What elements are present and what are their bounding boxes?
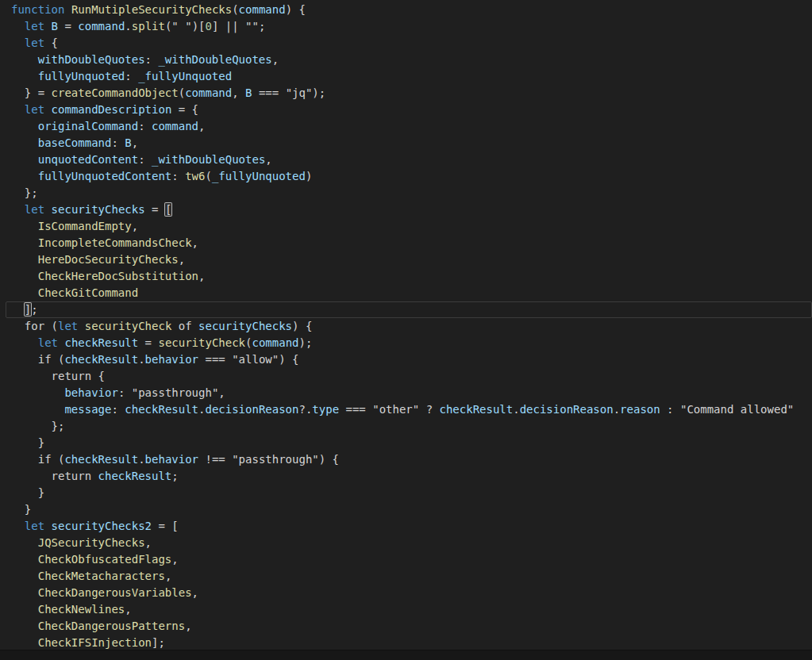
code-token: ) {	[292, 320, 312, 332]
code-line[interactable]: };	[0, 185, 812, 201]
code-token: !== "passthrough") {	[198, 453, 339, 466]
code-line[interactable]: fullyUnquoted: _fullyUnquoted	[0, 68, 812, 85]
code-token: ,	[192, 586, 198, 599]
code-line[interactable]: CheckMetacharacters,	[0, 568, 812, 585]
code-line[interactable]: HereDocSecurityChecks,	[0, 251, 812, 268]
code-token: };	[11, 420, 64, 432]
code-token: message	[64, 403, 111, 416]
code-line[interactable]: let securityChecks = [	[0, 201, 812, 218]
code-line[interactable]: IncompleteCommandsCheck,	[0, 235, 812, 251]
code-token: decisionReason	[520, 403, 614, 416]
code-token: _withDoubleQuotes	[152, 153, 265, 166]
code-token: _fullyUnquoted	[212, 170, 306, 182]
code-token: RunMutipleSecurityChecks	[71, 3, 232, 16]
code-token: };	[11, 186, 38, 199]
code-line[interactable]: CheckHereDocSubstitution,	[0, 268, 812, 285]
code-token: command	[78, 20, 125, 33]
code-token: withDoubleQuotes	[38, 53, 145, 66]
code-token: baseCommand	[38, 136, 112, 149]
code-line[interactable]: CheckDangerousPatterns,	[0, 618, 812, 635]
code-line[interactable]: if (checkResult.behavior === "allow") {	[0, 351, 812, 368]
code-token: split	[132, 20, 165, 33]
code-token	[11, 270, 38, 282]
code-line[interactable]: let securityChecks2 = [	[0, 518, 812, 535]
code-line[interactable]: message: checkResult.decisionReason?.typ…	[0, 401, 812, 418]
code-line[interactable]: for (let securityCheck of securityChecks…	[0, 318, 812, 335]
code-token: .	[138, 453, 144, 466]
code-token: .	[138, 353, 144, 366]
code-token	[11, 570, 38, 582]
code-token: ,	[171, 553, 178, 566]
code-token: let	[25, 36, 44, 49]
code-line[interactable]: CheckDangerousVariables,	[0, 585, 812, 601]
code-line[interactable]: } = createCommandObject(command, B === "…	[0, 85, 812, 102]
code-token: type	[312, 403, 339, 416]
code-token: let	[38, 336, 58, 349]
code-line[interactable]: }	[0, 435, 812, 451]
code-token: securityCheck	[158, 336, 245, 349]
code-token	[11, 386, 64, 399]
code-line[interactable]: let checkResult = securityCheck(command)…	[0, 335, 812, 351]
code-token: command	[152, 120, 198, 132]
code-token: CheckDangerousPatterns	[38, 620, 185, 632]
code-token	[11, 603, 38, 616]
code-line[interactable]: return {	[0, 368, 812, 385]
code-line[interactable]: let B = command.split(" ")[0] || "";	[0, 18, 812, 35]
code-token: :	[138, 120, 152, 132]
code-line[interactable]: withDoubleQuotes: _withDoubleQuotes,	[0, 52, 812, 68]
code-token	[11, 536, 38, 549]
code-token: securityChecks	[52, 203, 145, 216]
code-token: let	[25, 520, 44, 532]
code-line[interactable]: CheckGitCommand	[0, 285, 812, 301]
code-token: behavior	[145, 453, 198, 466]
code-line[interactable]: fullyUnquotedContent: tw6(_fullyUnquoted…	[0, 168, 812, 185]
code-token: if (	[11, 453, 64, 466]
code-token: :	[145, 53, 159, 66]
code-line[interactable]: CheckObfuscatedFlags,	[0, 551, 812, 568]
code-token	[44, 103, 51, 116]
code-line[interactable]: return checkResult;	[0, 468, 812, 485]
code-line[interactable]: };	[0, 418, 812, 435]
code-token: originalCommand	[38, 120, 138, 132]
code-line[interactable]: if (checkResult.behavior !== "passthroug…	[0, 451, 812, 468]
code-editor[interactable]: function RunMutipleSecurityChecks(comman…	[0, 0, 812, 650]
code-token: =	[138, 336, 158, 349]
code-line-current[interactable]: ];	[0, 301, 812, 318]
code-line[interactable]: behavior: "passthrough",	[0, 385, 812, 401]
code-token	[11, 170, 38, 182]
code-token: ,	[272, 53, 279, 66]
code-token: (	[232, 3, 238, 16]
code-token	[44, 20, 51, 33]
code-token: === "other" ?	[339, 403, 439, 416]
code-token: command	[252, 336, 298, 349]
code-token: HereDocSecurityChecks	[38, 253, 179, 266]
code-token: ;	[171, 470, 178, 482]
code-token: }	[11, 486, 44, 499]
code-token: )	[306, 170, 312, 182]
code-line[interactable]: CheckNewlines,	[0, 601, 812, 618]
code-token: checkResult	[64, 453, 138, 466]
code-token: :	[171, 170, 185, 182]
code-token: 0	[206, 20, 212, 33]
code-line[interactable]: unquotedContent: _withDoubleQuotes,	[0, 152, 812, 168]
code-token: JQSecurityChecks	[38, 536, 145, 549]
code-token: =	[145, 203, 165, 216]
code-token: return	[11, 470, 98, 482]
code-line[interactable]: }	[0, 501, 812, 518]
code-token: ,	[179, 253, 185, 266]
code-line[interactable]: JQSecurityChecks,	[0, 535, 812, 551]
code-line[interactable]: let commandDescription = {	[0, 102, 812, 118]
code-token: checkResult	[64, 336, 138, 349]
code-line[interactable]: CheckIFSInjection];	[0, 635, 812, 651]
code-token: of	[171, 320, 198, 332]
code-line[interactable]: function RunMutipleSecurityChecks(comman…	[0, 2, 812, 18]
code-token	[11, 103, 25, 116]
code-line[interactable]: }	[0, 485, 812, 501]
code-token	[11, 120, 38, 132]
code-line[interactable]: baseCommand: B,	[0, 135, 812, 152]
code-line[interactable]: let {	[0, 35, 812, 52]
code-token	[44, 203, 51, 216]
code-line[interactable]: IsCommandEmpty,	[0, 218, 812, 235]
code-token: ,	[198, 120, 205, 132]
code-line[interactable]: originalCommand: command,	[0, 118, 812, 135]
